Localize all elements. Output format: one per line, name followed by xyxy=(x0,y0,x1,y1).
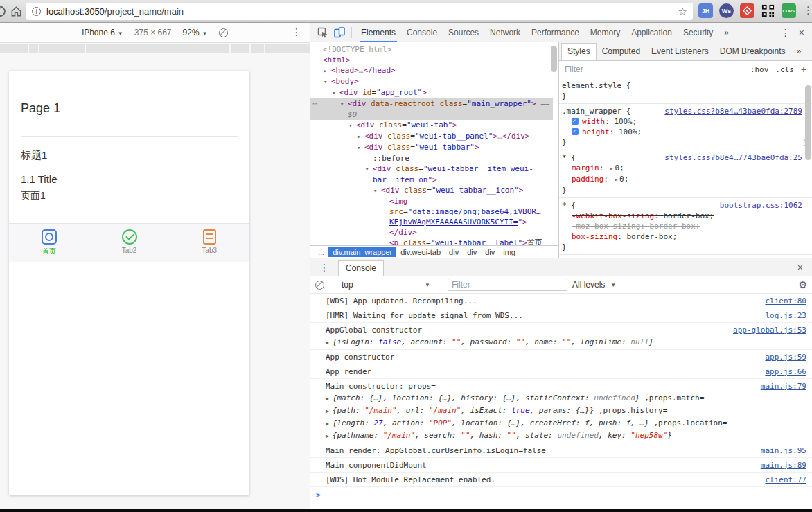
dom-tree-node[interactable]: <html> xyxy=(310,55,553,65)
drawer-menu-icon[interactable]: ⋮ xyxy=(316,262,333,273)
source-link[interactable]: main.js:79 xyxy=(761,382,806,391)
source-link[interactable]: main.js:89 xyxy=(761,461,806,470)
info-icon[interactable]: i xyxy=(32,7,41,16)
expand-triangle-icon[interactable]: ▶ xyxy=(326,421,329,427)
console-message[interactable]: app.js:59App constructor xyxy=(310,350,812,364)
dom-tree-node[interactable]: <!DOCTYPE html> xyxy=(310,44,553,55)
source-link[interactable]: app-global.js:53 xyxy=(733,326,806,335)
source-link[interactable]: client:77 xyxy=(765,475,806,484)
ws-extension-icon[interactable]: Ws xyxy=(719,3,734,18)
media-query-segment[interactable] xyxy=(265,44,310,53)
console-message[interactable]: log.js:23[HMR] Waiting for update signal… xyxy=(310,308,812,323)
devtools-tab-console[interactable]: Console xyxy=(401,23,443,42)
cors-extension-icon[interactable]: CORS xyxy=(782,3,796,18)
styles-tab-computed[interactable]: Computed xyxy=(597,44,646,59)
jh-extension-icon[interactable]: JH xyxy=(698,3,713,18)
inspect-element-icon[interactable] xyxy=(315,24,331,41)
drawer-close-icon[interactable]: × xyxy=(794,262,806,273)
device-select[interactable]: iPhone 6▼ xyxy=(82,28,123,37)
object-preview[interactable]: ▶{isLogin: false, account: "", password:… xyxy=(326,337,806,347)
expand-arrow-icon[interactable]: ▸ xyxy=(357,132,364,142)
console-message[interactable]: app.js:66App render xyxy=(310,364,812,379)
scrollbar-thumb[interactable] xyxy=(551,46,557,72)
log-levels-select[interactable]: All levels ▼ xyxy=(572,280,616,290)
clear-console-icon[interactable] xyxy=(315,281,324,290)
source-link[interactable]: app.js:66 xyxy=(765,367,806,376)
console-message[interactable]: main.js:95Main render: AppGlobal.curUser… xyxy=(310,443,812,458)
css-property[interactable]: box-sizing: border-box; xyxy=(562,231,802,242)
css-rule[interactable]: element.style {} xyxy=(559,78,812,104)
tabbar-item-Tab2[interactable]: Tab2 xyxy=(89,224,170,262)
expand-arrow-icon[interactable]: ▾ xyxy=(332,88,339,98)
css-property[interactable]: height: 100%; xyxy=(562,127,802,137)
expand-triangle-icon[interactable]: ▶ xyxy=(326,396,329,402)
console-drawer-tab[interactable]: Console xyxy=(338,260,384,276)
execution-context-select[interactable]: top ▼ xyxy=(342,280,430,290)
media-query-segment[interactable] xyxy=(251,44,264,53)
css-property[interactable]: width: 100%; xyxy=(562,116,802,127)
object-preview[interactable]: ▶{match: {…}, location: {…}, history: {…… xyxy=(326,394,806,403)
dom-tree-node[interactable]: ▾<div class="weui-tab"> xyxy=(310,120,553,131)
property-checkbox-icon[interactable] xyxy=(572,128,579,135)
devtools-tab-performance[interactable]: Performance xyxy=(526,23,585,42)
console-message[interactable]: main.js:89Main componentDidMount xyxy=(310,458,812,473)
object-preview[interactable]: ▶{length: 27, action: "POP", location: {… xyxy=(326,418,806,428)
browser-menu-icon[interactable]: ⋮ xyxy=(800,4,812,17)
styles-tab-dom-breakpoints[interactable]: DOM Breakpoints xyxy=(714,44,791,59)
expand-arrow-icon[interactable]: ▾ xyxy=(357,143,364,153)
breadcrumb-item[interactable]: div xyxy=(463,247,481,257)
css-rule[interactable]: styles.css?b8e4…43bae0fda:2789.main_wrap… xyxy=(559,104,812,150)
expand-shorthand-icon[interactable]: ▸ xyxy=(608,165,615,172)
media-query-segment[interactable] xyxy=(86,44,229,53)
toggle-class-button[interactable]: .cls xyxy=(775,65,794,74)
expand-arrow-icon[interactable]: ▾ xyxy=(365,164,373,175)
device-toolbar-menu-icon[interactable]: ⋮ xyxy=(292,26,301,37)
expand-arrow-icon[interactable]: ▸ xyxy=(324,66,331,76)
property-checkbox-icon[interactable] xyxy=(572,118,579,125)
device-dimensions[interactable]: 375 × 667 xyxy=(134,28,172,37)
expand-shorthand-icon[interactable]: ▸ xyxy=(613,176,619,183)
devtools-tab-network[interactable]: Network xyxy=(484,23,526,42)
breadcrumb-item[interactable]: div.main_wrapper xyxy=(328,247,396,257)
breadcrumb-item[interactable]: img xyxy=(499,247,520,257)
console-filter-input[interactable] xyxy=(448,279,567,291)
expand-triangle-icon[interactable]: ▶ xyxy=(326,339,329,346)
styles-filter-input[interactable]: Filter xyxy=(565,64,583,74)
css-property[interactable]: margin: ▸0; xyxy=(562,163,802,174)
devtools-tab-[interactable]: » xyxy=(718,23,734,42)
styles-tab-styles[interactable]: Styles xyxy=(561,43,597,60)
new-style-rule-button[interactable]: + xyxy=(801,64,806,75)
source-link[interactable]: main.js:95 xyxy=(761,446,806,455)
source-link[interactable]: client:80 xyxy=(765,297,806,306)
fehelper-extension-icon[interactable] xyxy=(740,3,754,18)
toggle-hover-state-button[interactable]: :hov xyxy=(750,65,769,74)
devtools-menu-icon[interactable]: ⋮ xyxy=(777,27,794,38)
dom-tree-node[interactable]: </div> xyxy=(310,227,553,238)
dom-tree-node[interactable]: ▾<div id="app_root"> xyxy=(310,87,553,98)
console-message[interactable]: app-global.js:53AppGlobal constructor▶{i… xyxy=(310,323,812,350)
styles-tab-event-listeners[interactable]: Event Listeners xyxy=(646,44,714,59)
console-prompt[interactable]: > xyxy=(310,487,812,503)
stylesheet-link[interactable]: styles.css?b8e4…7743bae0fda:25 xyxy=(664,152,802,163)
breadcrumb-item[interactable]: ... xyxy=(314,247,328,257)
devtools-tab-sources[interactable]: Sources xyxy=(443,23,484,42)
reload-icon[interactable] xyxy=(0,5,7,21)
object-preview[interactable]: ▶{pathname: "/main", search: "", hash: "… xyxy=(326,431,806,441)
media-query-bar[interactable] xyxy=(0,44,310,53)
console-message[interactable]: client:77[WDS] Hot Module Replacement en… xyxy=(310,473,812,487)
devtools-tab-elements[interactable]: Elements xyxy=(355,23,401,42)
tabbar-item-Tab3[interactable]: Tab3 xyxy=(169,224,249,262)
address-bar[interactable]: i localhost:3050/project_name/main ☆ xyxy=(26,3,693,20)
styles-tab--[interactable]: » xyxy=(791,44,806,59)
breadcrumb-item[interactable]: div xyxy=(481,247,499,257)
bookmark-star-icon[interactable]: ☆ xyxy=(678,6,687,17)
breadcrumb-item[interactable]: div xyxy=(445,247,463,257)
scrollbar-thumb[interactable] xyxy=(805,85,811,160)
stylesheet-link[interactable]: bootstrap.css:1062 xyxy=(720,200,802,211)
stylesheet-link[interactable]: styles.css?b8e4…43bae0fda:2789 xyxy=(664,106,802,116)
css-property[interactable]: -moz-box-sizing: border-box; xyxy=(562,221,802,231)
devtools-close-icon[interactable]: × xyxy=(795,27,808,38)
tabbar-item-首页[interactable]: 首页 xyxy=(9,224,89,262)
dom-tree-node[interactable]: ▾<div class="weui-tabbar"> xyxy=(310,142,553,153)
media-query-segment[interactable] xyxy=(0,44,28,53)
